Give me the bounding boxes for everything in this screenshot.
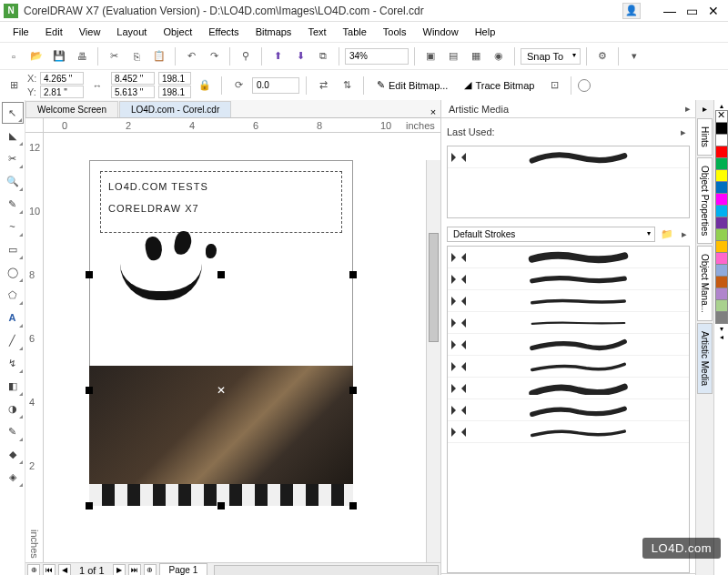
paste-icon[interactable]: 📋 [149,46,169,66]
drop-shadow-tool-icon[interactable]: ◧ [2,375,24,397]
wrap-text-icon[interactable] [578,79,591,92]
new-icon[interactable]: ▫ [4,46,24,66]
color-swatch[interactable] [715,169,728,182]
close-button[interactable]: ✕ [703,2,724,20]
selection-center-icon[interactable]: ✕ [217,384,226,397]
add-page-after-icon[interactable]: ⊕ [144,564,157,576]
color-swatch[interactable] [715,288,728,300]
color-swatch[interactable] [715,193,728,206]
maximize-button[interactable]: ▭ [681,2,703,20]
ruler-origin[interactable] [25,118,44,133]
save-icon[interactable]: 💾 [49,46,69,66]
color-swatch[interactable] [715,299,728,312]
options-icon[interactable]: ⚙ [592,46,612,66]
show-grid-icon[interactable]: ▦ [466,46,486,66]
paragraph-text-frame[interactable]: LO4D.com tests CorelDraw X7 [100,171,342,233]
artistic-media-tool-icon[interactable]: ~ [2,216,24,237]
color-swatch[interactable] [715,252,728,265]
width-input[interactable] [111,72,155,85]
rectangle-tool-icon[interactable]: ▭ [2,238,24,260]
pick-tool-icon[interactable]: ↖ [2,102,24,124]
color-swatch[interactable] [715,134,728,146]
shape-tool-icon[interactable]: ◣ [2,125,24,146]
color-swatch[interactable] [715,217,728,229]
color-swatch[interactable] [715,205,728,217]
mirror-h-icon[interactable]: ⇄ [313,76,333,96]
scale-y-input[interactable] [158,86,191,98]
color-swatch[interactable] [715,122,728,135]
brush-item[interactable] [448,268,689,290]
docker-object-manager[interactable]: Object Mana... [697,246,713,321]
menu-window[interactable]: Window [416,25,466,39]
search-icon[interactable]: ⚲ [236,46,256,66]
last-used-list[interactable] [447,146,690,218]
no-color-swatch[interactable]: ✕ [715,110,728,123]
selection-handles[interactable]: ✕ [89,275,353,506]
zoom-tool-icon[interactable]: 🔍 [2,170,24,192]
mirror-v-icon[interactable]: ⇅ [337,76,357,96]
first-page-icon[interactable]: ⏮ [43,564,56,576]
canvas[interactable]: LO4D.com tests CorelDraw X7 [44,133,440,562]
fullscreen-icon[interactable]: ▣ [420,46,440,66]
brush-item[interactable] [448,312,689,334]
y-input[interactable] [40,86,84,98]
undo-icon[interactable]: ↶ [181,46,201,66]
freehand-tool-icon[interactable]: ✎ [2,193,24,215]
parallel-dimension-tool-icon[interactable]: ╱ [2,329,24,351]
menu-effects[interactable]: Effects [201,25,246,39]
palette-flyout-icon[interactable]: ◂ [720,333,723,341]
last-page-icon[interactable]: ⏭ [128,564,141,576]
tab-close-icon[interactable]: × [426,106,440,117]
menu-edit[interactable]: Edit [38,25,70,39]
scrollbar-thumb[interactable] [429,233,439,342]
fill-tool-icon[interactable]: ◆ [2,443,24,465]
brush-item[interactable] [448,247,689,268]
tab-current-doc[interactable]: LO4D.com - Corel.cdr [119,101,231,117]
docker-collapse-icon[interactable]: ▸ [698,104,713,116]
trace-bitmap-button[interactable]: ◢Trace Bitmap [458,76,541,96]
text-tool-icon[interactable]: A [2,307,24,328]
color-swatch[interactable] [715,276,728,288]
menu-text[interactable]: Text [300,25,333,39]
color-swatch[interactable] [715,228,728,241]
vertical-ruler[interactable]: 12 10 8 6 4 2 inches [25,133,44,562]
stroke-list[interactable] [447,246,690,573]
menu-table[interactable]: Table [336,25,374,39]
show-rulers-icon[interactable]: ▤ [443,46,463,66]
snap-to-dropdown[interactable]: Snap To [521,48,581,65]
menu-help[interactable]: Help [468,25,503,39]
page-tab-1[interactable]: Page 1 [159,563,208,575]
docker-artistic-media[interactable]: Artistic Media [697,323,713,394]
redo-icon[interactable]: ↷ [204,46,224,66]
smart-fill-tool-icon[interactable]: ◈ [2,466,24,488]
menu-object[interactable]: Object [156,25,199,39]
open-icon[interactable]: 📂 [26,46,46,66]
menu-file[interactable]: File [5,25,36,39]
add-page-icon[interactable]: ⊕ [27,564,40,576]
zoom-input[interactable] [345,48,409,65]
next-page-icon[interactable]: ▶ [113,564,126,576]
prev-page-icon[interactable]: ◀ [58,564,71,576]
brush-item[interactable] [448,290,689,312]
lock-ratio-icon[interactable]: 🔒 [195,76,215,96]
brush-item[interactable] [448,399,689,421]
export-icon[interactable]: ⬇ [290,46,310,66]
user-account-icon[interactable]: 👤 [622,3,641,19]
canvas-scrollbar-v[interactable] [426,160,440,562]
rotation-input[interactable] [252,77,299,94]
docker-object-properties[interactable]: Object Properties [697,157,713,244]
print-icon[interactable]: 🖶 [72,46,92,66]
publish-icon[interactable]: ⧉ [313,46,333,66]
brush-item[interactable] [448,378,689,399]
panel-expand-icon[interactable]: ▸ [681,99,695,119]
color-swatch[interactable] [715,264,728,277]
ellipse-tool-icon[interactable]: ◯ [2,261,24,283]
color-swatch[interactable] [715,240,728,253]
show-guides-icon[interactable]: ◉ [489,46,509,66]
brush-item[interactable] [448,146,689,168]
color-swatch[interactable] [715,146,728,158]
connector-tool-icon[interactable]: ↯ [2,352,24,374]
copy-icon[interactable]: ⎘ [126,46,147,66]
menu-tools[interactable]: Tools [376,25,414,39]
color-swatch[interactable] [715,311,728,324]
